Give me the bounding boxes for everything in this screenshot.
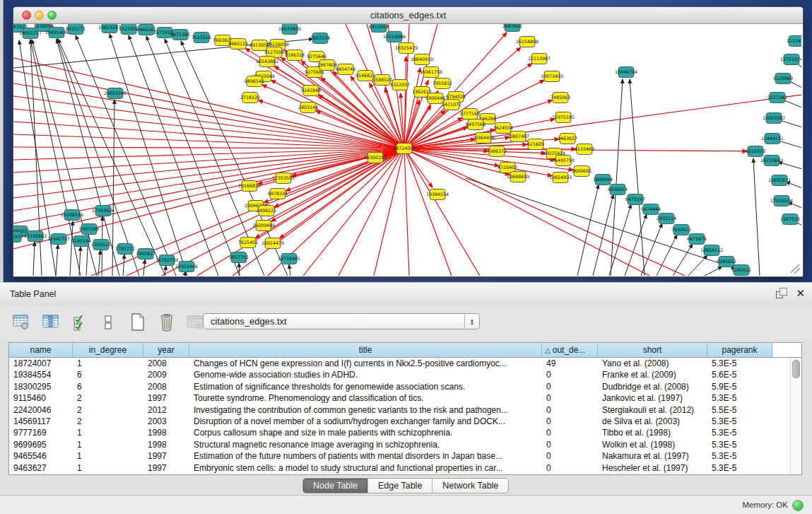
graph-node[interactable]: 16099489 — [252, 221, 275, 231]
network-window-titlebar[interactable]: citations_edges.txt — [13, 7, 803, 24]
graph-node[interactable]: 16948784 — [615, 67, 637, 78]
graph-node[interactable]: 18325419 — [395, 43, 418, 54]
graph-node[interactable]: 7955812 — [433, 78, 452, 89]
graph-node[interactable]: 8471676 — [687, 234, 707, 245]
network-canvas-svg[interactable]: 1661912140557179130054206914068035271106… — [13, 24, 801, 276]
graph-node[interactable]: 7857224 — [310, 33, 330, 44]
node-table-header-row[interactable]: namein_degreeyeartitle△out_de...shortpag… — [9, 343, 801, 358]
graph-node[interactable]: 9671385 — [170, 30, 190, 40]
graph-node[interactable]: 7615526 — [192, 33, 211, 43]
graph-node[interactable]: 7932621 — [671, 225, 691, 235]
graph-node[interactable]: 1995817 — [136, 249, 155, 259]
graph-node[interactable]: 10654112 — [700, 245, 723, 256]
resize-grip-icon[interactable] — [791, 264, 800, 274]
float-panel-icon[interactable] — [776, 288, 787, 299]
graph-node[interactable]: 20364456 — [472, 133, 495, 144]
graph-node[interactable]: 16961758 — [420, 67, 442, 78]
graph-node[interactable]: 12093582 — [763, 113, 785, 124]
table-row[interactable]: 969969511998Structural magnetic resonanc… — [9, 439, 801, 450]
table-row[interactable]: 911546021997Tourette syndrome. Phenomeno… — [9, 392, 801, 404]
graph-node[interactable]: 1145194 — [71, 236, 91, 247]
close-panel-icon[interactable]: ✕ — [796, 288, 805, 299]
graph-node[interactable]: 19384554 — [426, 189, 449, 200]
graph-node[interactable]: 10688609 — [507, 172, 529, 182]
graph-node[interactable]: 6479197 — [625, 194, 645, 205]
table-row[interactable]: 977716911998Corpus callosum shape and si… — [9, 427, 801, 438]
graph-node[interactable]: 9699695 — [572, 166, 592, 177]
tab-network-table[interactable]: Network Table — [433, 479, 508, 493]
graph-node[interactable]: 16154808 — [516, 37, 539, 47]
graph-node[interactable]: 8035271 — [66, 24, 86, 35]
graph-node[interactable]: 12923446 — [175, 262, 198, 272]
graph-node[interactable]: 8186328 — [285, 50, 305, 61]
network-window[interactable]: citations_edges.txt 16619121405571791300… — [13, 6, 804, 277]
graph-node[interactable]: 9474444 — [641, 204, 661, 215]
graph-node[interactable]: 9129969 — [773, 74, 793, 84]
graph-node[interactable]: 8938924 — [608, 185, 628, 195]
graph-node[interactable]: 7986372 — [487, 146, 507, 157]
graph-node[interactable]: 8960123 — [228, 39, 248, 49]
graph-node[interactable]: 2687682 — [502, 24, 522, 32]
create-new-column-icon[interactable] — [127, 312, 148, 333]
graph-node[interactable]: 1421072 — [442, 100, 461, 110]
column-header-out_degree[interactable]: △out_de... — [542, 343, 598, 357]
select-all-columns-icon[interactable] — [69, 312, 90, 333]
graph-node[interactable]: 12975185 — [552, 112, 575, 123]
column-header-short[interactable]: short — [598, 343, 707, 357]
graph-node[interactable]: 17016504 — [770, 196, 793, 206]
graph-node[interactable]: 20053346 — [104, 88, 126, 99]
unselect-columns-icon[interactable] — [98, 312, 119, 333]
graph-node[interactable]: 10653287 — [98, 24, 121, 33]
graph-node[interactable]: 1167533 — [780, 214, 800, 225]
graph-node[interactable]: 9896541 — [245, 76, 264, 87]
graph-node[interactable]: 18724007 — [393, 144, 416, 154]
graph-node[interactable]: 16914479 — [261, 238, 284, 249]
table-tabs-segmented-control[interactable]: Node Table Edge Table Network Table — [302, 478, 509, 493]
graph-node[interactable]: 18640910 — [411, 54, 433, 65]
graph-node[interactable]: 12353593 — [272, 173, 295, 184]
column-header-in_degree[interactable]: in_degree — [73, 343, 143, 357]
graph-node[interactable]: 19716485 — [278, 254, 300, 264]
column-header-title[interactable]: title — [189, 343, 542, 357]
graph-node[interactable]: 9245012 — [731, 265, 751, 276]
network-canvas[interactable]: 1661912140557179130054206914068035271106… — [13, 24, 801, 276]
column-header-year[interactable]: year — [143, 343, 189, 357]
graph-node[interactable]: 26495790 — [552, 156, 575, 166]
graph-node[interactable]: 10807487 — [507, 132, 529, 142]
graph-node[interactable]: 9245652 — [717, 257, 736, 267]
graph-node[interactable]: 15692871 — [768, 175, 791, 186]
node-table-body[interactable]: 1872400712008Changes of HCN gene express… — [9, 358, 801, 474]
graph-node[interactable]: 2867608 — [317, 60, 337, 71]
node-table[interactable]: namein_degreeyeartitle△out_de...shortpag… — [8, 342, 802, 475]
column-header-pagerank[interactable]: pagerank — [707, 343, 772, 357]
graph-node[interactable]: 9215933 — [746, 146, 765, 157]
table-row[interactable]: 1456911722003Disruption of a novel membe… — [9, 416, 801, 427]
graph-node[interactable]: 10973493 — [541, 71, 563, 82]
tab-edge-table[interactable]: Edge Table — [368, 479, 433, 493]
graph-node[interactable]: 16210643 — [760, 156, 783, 166]
scrollbar-thumb[interactable] — [792, 360, 800, 378]
graph-node[interactable]: 18300295 — [364, 153, 387, 163]
graph-node[interactable]: 9227342 — [767, 93, 787, 103]
graph-node[interactable]: 20206556 — [61, 210, 83, 221]
table-row[interactable]: 1872400712008Changes of HCN gene express… — [9, 358, 801, 369]
graph-node[interactable]: 12213967 — [528, 54, 551, 64]
graph-node[interactable]: 7485063 — [551, 93, 570, 103]
table-vertical-scrollbar[interactable] — [790, 358, 800, 474]
graph-node[interactable]: 3624554 — [493, 123, 513, 134]
graph-node[interactable]: 8454749 — [336, 64, 355, 75]
column-header-name[interactable]: name — [9, 343, 73, 357]
graph-node[interactable]: 1350515 — [91, 240, 111, 250]
graph-node[interactable]: 6497568 — [466, 119, 486, 130]
graph-node[interactable]: 20691406 — [45, 28, 68, 38]
graph-node[interactable]: 1527002 — [119, 24, 139, 35]
table-selector-dropdown[interactable]: citations_edges.txt ▲▼ — [203, 313, 480, 329]
graph-node[interactable]: 12942757 — [47, 234, 70, 245]
table-row[interactable]: 1938455462009Genome-wide association stu… — [9, 369, 801, 380]
graph-node[interactable]: 9397588 — [79, 224, 99, 235]
graph-node[interactable]: 9857791 — [229, 252, 249, 263]
tab-node-table[interactable]: Node Table — [303, 479, 368, 493]
graph-node[interactable]: 8813054 — [369, 24, 389, 33]
graph-node[interactable]: 621605 — [527, 139, 544, 150]
delete-columns-icon[interactable] — [156, 312, 177, 333]
